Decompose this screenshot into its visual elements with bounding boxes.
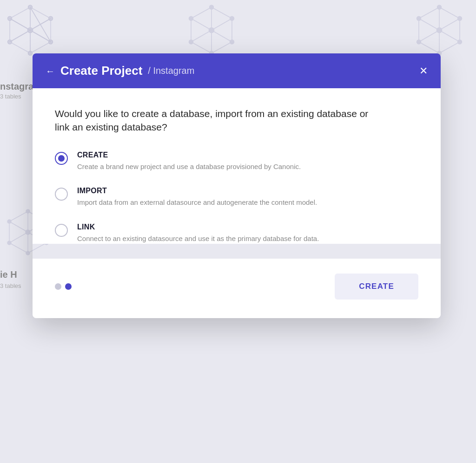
bg-label-movie: ie H: [0, 269, 17, 280]
svg-point-18: [210, 5, 214, 9]
bg-label-tables-1: 3 tables: [0, 93, 21, 100]
svg-marker-0: [10, 7, 51, 53]
modal-subtitle: / Instagram: [148, 65, 194, 76]
svg-point-22: [189, 40, 193, 44]
svg-point-1: [28, 5, 33, 9]
svg-line-27: [212, 30, 232, 42]
svg-line-12: [10, 30, 30, 42]
svg-line-10: [30, 30, 51, 42]
svg-point-23: [189, 16, 193, 20]
svg-point-2: [49, 16, 53, 20]
option-import[interactable]: IMPORT Import data from an external data…: [55, 187, 418, 208]
svg-point-36: [417, 40, 421, 44]
svg-line-16: [10, 19, 51, 42]
modal-footer: CREATE: [33, 259, 441, 318]
svg-point-51: [7, 220, 11, 223]
svg-point-34: [458, 40, 462, 44]
svg-marker-31: [419, 7, 460, 53]
option-link-desc: Connect to an existing datasource and us…: [77, 234, 319, 244]
svg-line-58: [9, 222, 28, 232]
radio-create[interactable]: [55, 152, 68, 165]
svg-point-4: [28, 51, 33, 55]
svg-point-50: [7, 241, 11, 245]
modal-question: Would you like to create a database, imp…: [55, 107, 380, 134]
radio-link[interactable]: [55, 224, 68, 237]
option-link[interactable]: LINK Connect to an existing datasource a…: [55, 223, 418, 244]
option-import-label: IMPORT: [77, 187, 317, 195]
svg-line-43: [419, 30, 439, 42]
back-button[interactable]: ←: [46, 66, 55, 76]
svg-point-33: [458, 16, 462, 20]
svg-point-49: [26, 251, 30, 255]
svg-line-30: [191, 19, 212, 30]
svg-point-5: [8, 40, 12, 44]
svg-point-52: [26, 230, 30, 235]
step-dots: [55, 283, 72, 290]
svg-point-32: [437, 5, 442, 9]
option-import-desc: Import data from an external datasource …: [77, 197, 317, 208]
option-create-label: CREATE: [77, 151, 301, 159]
svg-point-6: [8, 16, 12, 20]
svg-point-3: [49, 40, 53, 44]
option-create[interactable]: CREATE Create a brand new project and us…: [55, 151, 418, 172]
svg-line-44: [419, 19, 439, 30]
svg-point-19: [230, 16, 234, 20]
option-create-desc: Create a brand new project and use a dat…: [77, 162, 301, 172]
option-import-content: IMPORT Import data from an external data…: [77, 187, 317, 208]
svg-line-14: [30, 7, 51, 42]
svg-point-7: [28, 28, 33, 33]
svg-line-13: [10, 19, 30, 30]
option-create-content: CREATE Create a brand new project and us…: [77, 151, 301, 172]
svg-line-15: [10, 19, 51, 42]
svg-point-20: [230, 40, 234, 44]
svg-point-38: [437, 28, 442, 33]
close-button[interactable]: ✕: [419, 66, 428, 76]
step-dot-1: [55, 283, 61, 290]
svg-marker-17: [191, 7, 232, 53]
create-project-modal: ← Create Project / Instagram ✕ Would you…: [33, 53, 441, 318]
modal-title: Create Project: [60, 64, 142, 78]
svg-point-24: [209, 28, 214, 33]
svg-line-29: [191, 30, 212, 42]
svg-line-40: [439, 19, 460, 30]
svg-line-9: [30, 19, 51, 30]
modal-header-left: ← Create Project / Instagram: [46, 64, 194, 78]
radio-import[interactable]: [55, 188, 68, 201]
svg-point-37: [417, 16, 421, 20]
svg-line-57: [9, 232, 28, 243]
modal-body: Would you like to create a database, imp…: [33, 88, 441, 244]
svg-line-41: [439, 30, 460, 42]
bg-label-tables-2: 3 tables: [0, 282, 21, 289]
option-link-label: LINK: [77, 223, 319, 231]
svg-line-26: [212, 19, 232, 30]
create-button[interactable]: CREATE: [335, 274, 418, 300]
step-dot-2: [65, 283, 72, 290]
modal-header: ← Create Project / Instagram ✕: [33, 53, 441, 88]
radio-create-inner: [58, 155, 65, 162]
option-link-content: LINK Connect to an existing datasource a…: [77, 223, 319, 244]
svg-point-46: [26, 209, 30, 213]
